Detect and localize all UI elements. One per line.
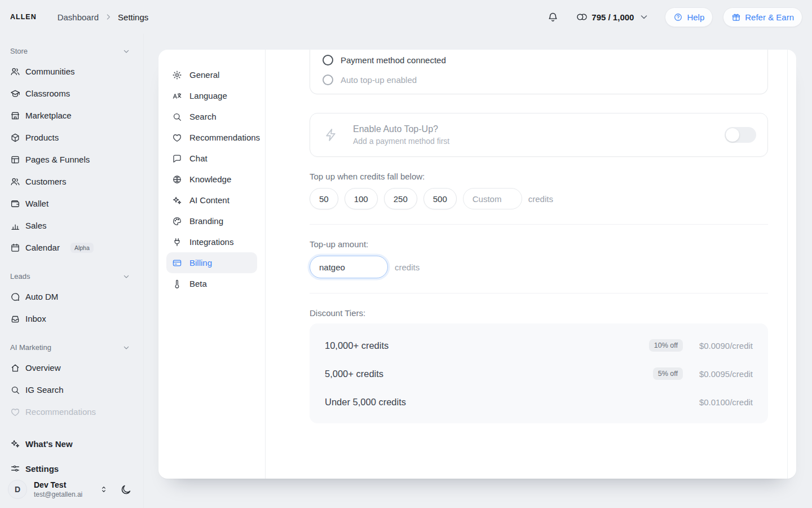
- sidebar-item-customers[interactable]: Customers: [7, 170, 136, 192]
- breadcrumb-settings: Settings: [118, 12, 148, 22]
- sidebar-item-marketplace[interactable]: Marketplace: [7, 104, 136, 126]
- users-icon: [10, 177, 20, 187]
- settings-nav-general[interactable]: General: [166, 64, 257, 85]
- zap-icon: [324, 128, 338, 142]
- tier-name: 5,000+ credits: [325, 369, 383, 379]
- alpha-badge: Alpha: [70, 243, 94, 253]
- sidebar-item-label: Recommendations: [25, 407, 96, 417]
- settings-nav-search[interactable]: Search: [166, 106, 257, 127]
- gift-icon: [731, 12, 741, 22]
- scrollbar-gutter[interactable]: [787, 50, 796, 479]
- notifications-button[interactable]: [545, 9, 561, 25]
- user-menu: D Dev Test test@getallen.ai: [0, 475, 143, 508]
- settings-nav-label: Integrations: [189, 237, 233, 247]
- credits-menu[interactable]: 795 / 1,000: [576, 11, 650, 23]
- threshold-option-250[interactable]: 250: [384, 188, 417, 209]
- heart-icon: [10, 407, 20, 417]
- discount-tiers-card: 10,000+ credits 10% off $0.0090/credit 5…: [310, 323, 768, 423]
- topup-amount-input[interactable]: [310, 256, 388, 278]
- avatar[interactable]: D: [8, 480, 27, 499]
- box-icon: [10, 133, 20, 143]
- settings-nav-label: AI Content: [189, 195, 230, 205]
- threshold-options: 50100250500 credits: [310, 188, 768, 209]
- threshold-unit-label: credits: [528, 194, 553, 204]
- search-icon: [172, 112, 182, 122]
- sidebar-item-sales[interactable]: Sales: [7, 214, 136, 237]
- sidebar-item-what-s-new[interactable]: What's New: [7, 431, 136, 456]
- settings-nav-billing[interactable]: Billing: [166, 252, 257, 273]
- threshold-option-500[interactable]: 500: [423, 188, 457, 209]
- chat-square-icon: [172, 154, 182, 164]
- refer-earn-button[interactable]: Refer & Earn: [723, 7, 802, 27]
- sidebar-item-communities[interactable]: Communities: [7, 60, 136, 82]
- moon-icon: [120, 484, 132, 496]
- users-icon: [10, 67, 20, 77]
- auto-topup-card: Enable Auto Top-Up? Add a payment method…: [310, 113, 768, 157]
- dark-mode-toggle[interactable]: [118, 481, 134, 498]
- tier-price: $0.0090/credit: [692, 341, 753, 351]
- topup-amount-label: Top-up amount:: [310, 239, 768, 249]
- threshold-option-50[interactable]: 50: [310, 188, 338, 209]
- sidebar-item-classrooms[interactable]: Classrooms: [7, 82, 136, 104]
- settings-nav-beta[interactable]: Beta: [166, 273, 257, 294]
- sidebar: Store Communities Classrooms Marketplace…: [0, 34, 144, 508]
- settings-nav-ai-content[interactable]: AI Content: [166, 190, 257, 211]
- settings-nav-label: Recommendations: [189, 133, 260, 142]
- sidebar-item-pages-funnels[interactable]: Pages & Funnels: [7, 148, 136, 170]
- divider: [310, 293, 768, 294]
- status-label: Auto top-up enabled: [341, 75, 417, 85]
- section-label: Leads: [10, 272, 30, 281]
- sidebar-item-overview[interactable]: Overview: [7, 357, 136, 379]
- settings-nav-integrations[interactable]: Integrations: [166, 231, 257, 252]
- settings-nav-branding[interactable]: Branding: [166, 211, 257, 231]
- flask-icon: [172, 279, 182, 289]
- bar-chart-icon: [10, 221, 20, 231]
- sidebar-section-store[interactable]: Store: [7, 42, 136, 60]
- settings-nav-language[interactable]: Language: [166, 85, 257, 106]
- custom-threshold-input[interactable]: [463, 188, 522, 209]
- threshold-label: Top up when credits fall below:: [310, 172, 768, 181]
- sidebar-item-calendar[interactable]: Calendar Alpha: [7, 237, 136, 259]
- graduation-cap-icon: [10, 89, 20, 99]
- palette-icon: [172, 216, 182, 226]
- inbox-icon: [10, 314, 20, 324]
- sidebar-item-label: Auto DM: [25, 292, 58, 301]
- sidebar-item-wallet[interactable]: Wallet: [7, 192, 136, 214]
- sidebar-item-label: IG Search: [25, 385, 64, 395]
- sidebar-item-inbox[interactable]: Inbox: [7, 308, 136, 330]
- user-email: test@getallen.ai: [34, 491, 99, 498]
- settings-nav-recommendations[interactable]: Recommendations: [166, 127, 257, 148]
- sidebar-item-auto-dm[interactable]: Auto DM: [7, 286, 136, 308]
- auto-topup-subtitle: Add a payment method first: [353, 137, 449, 146]
- calendar-icon: [10, 243, 20, 253]
- settings-nav-knowledge[interactable]: Knowledge: [166, 169, 257, 190]
- app-logo[interactable]: ALLEN: [10, 13, 37, 21]
- discount-tiers-label: Discount Tiers:: [310, 308, 768, 318]
- sidebar-item-ig-search[interactable]: IG Search: [7, 379, 136, 401]
- discount-badge: 5% off: [653, 367, 683, 380]
- sidebar-item-products[interactable]: Products: [7, 126, 136, 148]
- status-payment-method[interactable]: Payment method connected: [323, 50, 755, 70]
- sidebar-section-ai-marketing[interactable]: AI Marketing: [7, 338, 136, 357]
- breadcrumb-dashboard[interactable]: Dashboard: [58, 12, 99, 22]
- section-label: AI Marketing: [10, 343, 51, 352]
- sidebar-item-label: Communities: [25, 67, 75, 76]
- sidebar-item-label: What's New: [25, 439, 73, 449]
- sidebar-section-leads[interactable]: Leads: [7, 267, 136, 286]
- coins-icon: [576, 11, 587, 23]
- help-button[interactable]: Help: [665, 7, 713, 27]
- auto-topup-toggle[interactable]: [725, 127, 756, 143]
- amount-unit-label: credits: [395, 262, 420, 272]
- threshold-option-100[interactable]: 100: [345, 188, 378, 209]
- main-content: General Language Search Recommendations …: [144, 34, 812, 508]
- chevron-down-icon: [122, 272, 131, 281]
- storefront-icon: [10, 111, 20, 121]
- account-switcher-icon[interactable]: [99, 485, 108, 494]
- home-icon: [10, 363, 20, 373]
- discount-badge: 10% off: [649, 339, 683, 352]
- chevron-down-icon: [122, 47, 131, 56]
- status-label: Payment method connected: [341, 55, 446, 65]
- sidebar-item-recommendations[interactable]: Recommendations: [7, 401, 136, 423]
- status-auto-topup[interactable]: Auto top-up enabled: [323, 70, 755, 90]
- settings-nav-chat[interactable]: Chat: [166, 148, 257, 169]
